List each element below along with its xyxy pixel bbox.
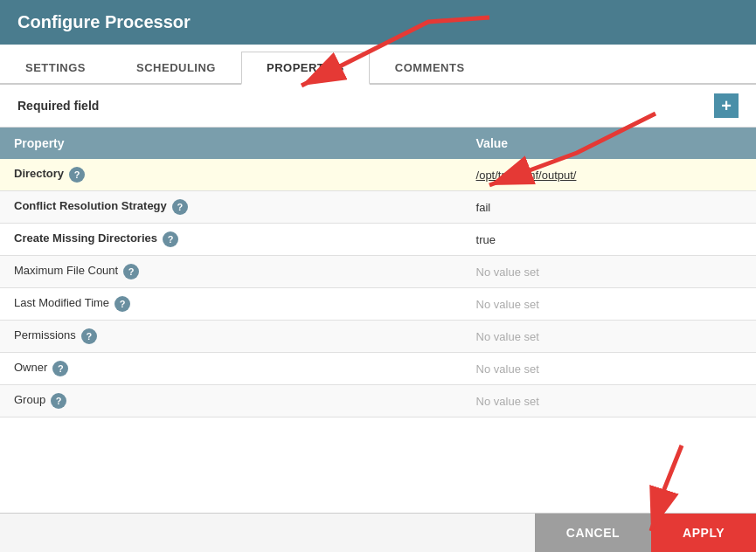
help-icon[interactable]: ? — [114, 296, 130, 312]
table-row: Owner?No value set — [0, 353, 756, 385]
property-value: true — [462, 224, 756, 256]
property-name: Permissions? — [0, 321, 462, 353]
property-name: Directory? — [0, 159, 462, 191]
tab-bar: SETTINGS SCHEDULING PROPERTIES COMMENTS — [0, 45, 756, 85]
property-name: Group? — [0, 385, 462, 417]
properties-table: Property Value Directory?/opt/tmp/ninf/o… — [0, 128, 756, 417]
table-row: Maximum File Count?No value set — [0, 256, 756, 288]
required-field-label: Required field — [17, 99, 99, 113]
table-row: Create Missing Directories?true — [0, 224, 756, 256]
property-value: No value set — [462, 353, 756, 385]
property-value: No value set — [462, 256, 756, 288]
add-property-button[interactable]: + — [714, 93, 739, 118]
property-name: Create Missing Directories? — [0, 224, 462, 256]
property-value: No value set — [462, 321, 756, 353]
help-icon[interactable]: ? — [172, 199, 188, 215]
column-header-value: Value — [462, 128, 756, 159]
apply-button[interactable]: APPLY — [651, 514, 756, 552]
table-row: Conflict Resolution Strategy?fail — [0, 191, 756, 224]
help-icon[interactable]: ? — [51, 393, 66, 409]
tab-content: Required field + Property Value Director… — [0, 85, 756, 513]
help-icon[interactable]: ? — [81, 328, 97, 344]
help-icon[interactable]: ? — [69, 167, 85, 183]
tab-scheduling[interactable]: SCHEDULING — [111, 52, 241, 85]
table-row: Last Modified Time?No value set — [0, 288, 756, 321]
cancel-button[interactable]: CANCEL — [535, 514, 651, 552]
property-value[interactable]: /opt/tmp/ninf/output/ — [462, 159, 756, 191]
help-icon[interactable]: ? — [163, 231, 178, 247]
property-name: Owner? — [0, 353, 462, 385]
tab-properties[interactable]: PROPERTIES — [241, 52, 370, 85]
property-name: Last Modified Time? — [0, 288, 462, 321]
dialog-footer: CANCEL APPLY — [0, 513, 756, 552]
property-value: No value set — [462, 385, 756, 417]
configure-processor-dialog: Configure Processor SETTINGS SCHEDULING … — [0, 0, 756, 552]
help-icon[interactable]: ? — [52, 361, 68, 376]
table-row: Group?No value set — [0, 385, 756, 417]
table-row: Directory?/opt/tmp/ninf/output/ — [0, 159, 756, 191]
property-name: Conflict Resolution Strategy? — [0, 191, 462, 224]
required-field-bar: Required field + — [0, 85, 756, 128]
tab-comments[interactable]: COMMENTS — [370, 52, 490, 85]
property-value: fail — [462, 191, 756, 224]
tab-settings[interactable]: SETTINGS — [0, 52, 111, 85]
property-value: No value set — [462, 288, 756, 321]
dialog-header: Configure Processor — [0, 0, 756, 45]
property-name: Maximum File Count? — [0, 256, 462, 288]
help-icon[interactable]: ? — [123, 264, 139, 279]
column-header-property: Property — [0, 128, 462, 159]
dialog-title: Configure Processor — [17, 12, 191, 31]
table-row: Permissions?No value set — [0, 321, 756, 353]
